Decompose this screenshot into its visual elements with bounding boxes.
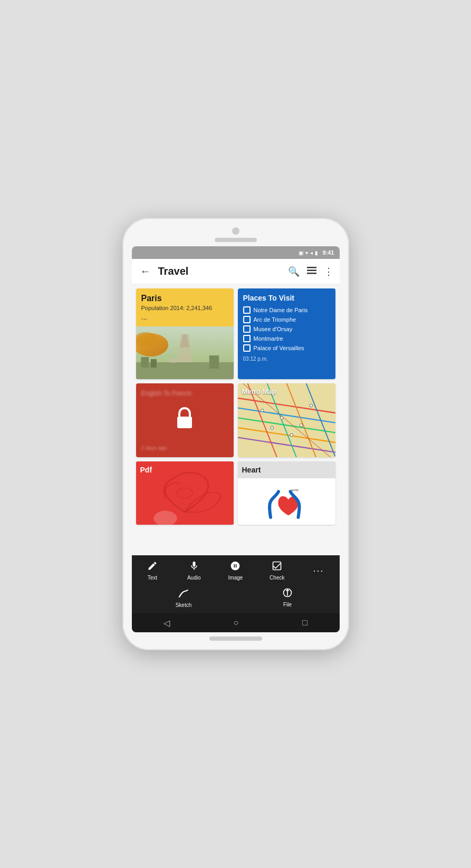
places-item-4: Montmartre <box>243 335 330 342</box>
text-icon <box>147 561 158 574</box>
places-label-4: Montmartre <box>254 335 283 342</box>
checkbox-4[interactable] <box>243 335 251 342</box>
bottom-toolbar: Text Audio Image <box>132 555 340 613</box>
status-bar: ▣ ▾ ◂ ▮ 9:41 <box>132 246 340 259</box>
svg-rect-13 <box>177 417 192 428</box>
checkbox-3[interactable] <box>243 325 251 333</box>
paris-text-area: Paris Population 2014: 2,241,346 ... <box>136 288 234 326</box>
places-time: 03:12 p.m. <box>243 356 330 362</box>
svg-point-28 <box>270 426 273 429</box>
pdf-card[interactable]: Pdf <box>136 461 234 525</box>
toolbar-image-button[interactable]: Image <box>215 558 256 583</box>
vibrate-icon: ▣ <box>299 250 303 256</box>
toolbar-audio-button[interactable]: Audio <box>173 558 215 583</box>
paris-card[interactable]: Paris Population 2014: 2,241,346 ... <box>136 288 234 379</box>
svg-rect-2 <box>307 273 316 274</box>
nav-home-button[interactable]: ○ <box>225 615 247 631</box>
svg-rect-1 <box>307 270 316 272</box>
file-icon <box>282 587 293 601</box>
phone-speaker-bottom <box>209 636 262 641</box>
heart-image-area: aorta <box>238 478 335 525</box>
page-title: Travel <box>158 265 283 277</box>
places-card[interactable]: Places To Visit Notre Dame de Paris Arc … <box>238 288 335 379</box>
phone-device: ▣ ▾ ◂ ▮ 9:41 ← Travel 🔍 ⋮ <box>122 218 349 650</box>
places-label-5: Palace of Versailles <box>254 345 304 351</box>
locked-time: 2 days ago <box>141 445 167 451</box>
toolbar-row-2: Sketch File <box>132 584 340 613</box>
metro-card[interactable]: Metro Map <box>238 383 335 457</box>
metro-title: Metro Map <box>242 388 276 396</box>
image-label: Image <box>228 575 243 581</box>
app-bar: ← Travel 🔍 ⋮ <box>132 259 340 284</box>
file-label: File <box>283 602 292 607</box>
svg-point-29 <box>290 433 293 437</box>
overflow-menu-button[interactable]: ⋮ <box>324 266 333 277</box>
svg-rect-9 <box>209 355 219 369</box>
locked-title: English To French <box>141 390 192 397</box>
locked-card[interactable]: English To French 2 days ago <box>136 383 234 457</box>
status-icons: ▣ ▾ ◂ ▮ 9:41 <box>299 249 334 256</box>
toolbar-more-button[interactable]: ··· <box>298 563 340 578</box>
sketch-icon <box>178 587 189 601</box>
toolbar-sketch-button[interactable]: Sketch <box>132 585 236 610</box>
more-dots-icon: ··· <box>313 565 324 576</box>
checkbox-5[interactable] <box>243 344 251 352</box>
phone-speaker <box>215 238 257 242</box>
list-view-button[interactable] <box>307 266 316 277</box>
svg-text:aorta: aorta <box>291 488 299 491</box>
nav-back-button[interactable]: ◁ <box>155 615 178 631</box>
phone-screen: ▣ ▾ ◂ ▮ 9:41 ← Travel 🔍 ⋮ <box>132 246 340 632</box>
check-icon <box>272 561 282 574</box>
svg-rect-7 <box>141 357 149 368</box>
search-button[interactable]: 🔍 <box>288 266 300 277</box>
toolbar-check-button[interactable]: Check <box>256 558 298 583</box>
text-label: Text <box>148 575 157 581</box>
svg-rect-0 <box>307 267 316 268</box>
places-label-2: Arc de Triomphe <box>254 316 296 323</box>
image-icon <box>230 561 241 574</box>
nav-bar: ◁ ○ □ <box>132 613 340 632</box>
heart-title: Heart <box>238 461 335 478</box>
back-button[interactable]: ← <box>138 263 153 279</box>
svg-rect-35 <box>273 562 281 570</box>
pdf-label: Pdf <box>140 466 152 474</box>
places-label-1: Notre Dame de Paris <box>254 307 308 313</box>
content-grid: Paris Population 2014: 2,241,346 ... <box>132 284 340 555</box>
paris-ellipsis: ... <box>141 313 228 321</box>
check-label: Check <box>270 575 284 581</box>
places-item-1: Notre Dame de Paris <box>243 306 330 314</box>
checkbox-1[interactable] <box>243 306 251 314</box>
svg-point-25 <box>261 409 264 412</box>
paris-title: Paris <box>141 294 228 303</box>
app-bar-actions: 🔍 ⋮ <box>288 266 333 277</box>
svg-point-12 <box>166 359 180 363</box>
audio-label: Audio <box>187 575 201 581</box>
audio-icon <box>189 561 199 574</box>
status-time: 9:41 <box>322 249 334 256</box>
svg-point-27 <box>300 424 303 427</box>
svg-point-30 <box>309 404 312 407</box>
svg-rect-8 <box>150 359 156 368</box>
places-item-3: Musee d'Orsay <box>243 325 330 333</box>
svg-point-26 <box>280 417 283 420</box>
nav-recent-button[interactable]: □ <box>294 615 316 631</box>
toolbar-file-button[interactable]: File <box>236 585 340 610</box>
heart-svg: aorta <box>263 483 310 520</box>
heart-card[interactable]: Heart aorta <box>238 461 335 525</box>
signal-icon: ◂ <box>310 250 313 256</box>
places-item-5: Palace of Versailles <box>243 344 330 352</box>
places-item-2: Arc de Triomphe <box>243 316 330 323</box>
phone-camera <box>232 227 239 235</box>
places-title: Places To Visit <box>243 294 330 302</box>
toolbar-text-button[interactable]: Text <box>132 558 174 583</box>
paris-population: Population 2014: 2,241,346 <box>141 305 228 311</box>
toolbar-row-1: Text Audio Image <box>132 555 340 584</box>
lock-icon <box>174 406 195 435</box>
paris-image <box>136 326 234 379</box>
places-label-3: Musee d'Orsay <box>254 326 293 332</box>
paris-image-overlay <box>136 326 234 379</box>
checkbox-2[interactable] <box>243 316 251 323</box>
sketch-label: Sketch <box>176 602 192 608</box>
battery-icon: ▮ <box>315 250 318 256</box>
wifi-icon: ▾ <box>305 250 308 256</box>
